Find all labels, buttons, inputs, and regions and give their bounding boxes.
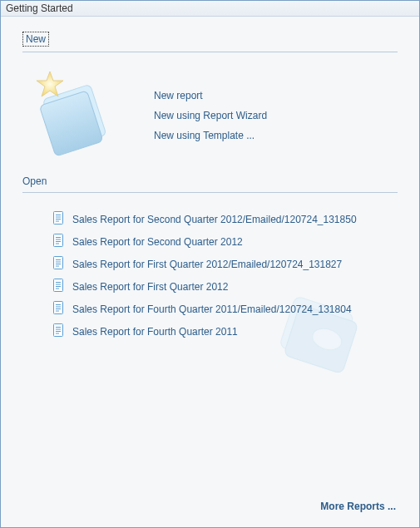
svg-rect-23 <box>54 302 63 314</box>
document-icon <box>52 301 64 317</box>
svg-rect-18 <box>54 279 63 292</box>
recent-report-item[interactable]: Sales Report for First Quarter 2012/Emai… <box>52 256 398 272</box>
recent-report-label: Sales Report for Second Quarter 2012 <box>72 236 243 248</box>
document-icon <box>52 211 64 227</box>
svg-rect-13 <box>54 257 63 269</box>
recent-report-label: Sales Report for Fourth Quarter 2011 <box>72 326 238 338</box>
svg-marker-2 <box>37 72 63 96</box>
document-icon <box>52 323 64 339</box>
recent-report-label: Sales Report for Fourth Quarter 2011/Ema… <box>72 303 352 315</box>
new-wizard-link[interactable]: New using Report Wizard <box>154 110 267 121</box>
panel-title: Getting Started <box>1 1 419 17</box>
svg-rect-8 <box>54 234 63 247</box>
recent-report-label: Sales Report for Second Quarter 2012/Ema… <box>72 214 357 225</box>
new-section: New report New using Report Wizard New u… <box>22 59 398 167</box>
open-section-divider <box>22 192 398 193</box>
new-star-document-icon <box>22 63 122 163</box>
recent-report-label: Sales Report for First Quarter 2012 <box>72 281 228 293</box>
svg-rect-3 <box>54 212 63 225</box>
svg-rect-28 <box>54 324 63 337</box>
recent-report-item[interactable]: Sales Report for Second Quarter 2012 <box>52 234 398 249</box>
recent-reports-list: Sales Report for Second Quarter 2012/Ema… <box>52 211 398 339</box>
open-section-title: Open <box>22 175 47 187</box>
content-area: New <box>1 17 419 349</box>
document-icon <box>52 256 64 272</box>
svg-rect-1 <box>39 91 103 156</box>
more-reports-link[interactable]: More Reports ... <box>320 501 396 512</box>
document-icon <box>52 234 64 249</box>
recent-report-item[interactable]: Sales Report for Second Quarter 2012/Ema… <box>52 211 398 227</box>
new-report-link[interactable]: New report <box>154 90 267 101</box>
new-section-title: New <box>22 32 49 47</box>
recent-report-item[interactable]: Sales Report for First Quarter 2012 <box>52 279 398 294</box>
new-actions: New report New using Report Wizard New u… <box>154 85 267 141</box>
document-icon <box>52 279 64 294</box>
new-section-divider <box>22 52 398 52</box>
recent-report-item[interactable]: Sales Report for Fourth Quarter 2011/Ema… <box>52 301 398 317</box>
new-template-link[interactable]: New using Template ... <box>154 130 267 141</box>
getting-started-panel: Getting Started New <box>0 0 420 528</box>
recent-report-label: Sales Report for First Quarter 2012/Emai… <box>72 259 342 270</box>
svg-rect-0 <box>42 84 106 150</box>
recent-report-item[interactable]: Sales Report for Fourth Quarter 2011 <box>52 323 398 339</box>
